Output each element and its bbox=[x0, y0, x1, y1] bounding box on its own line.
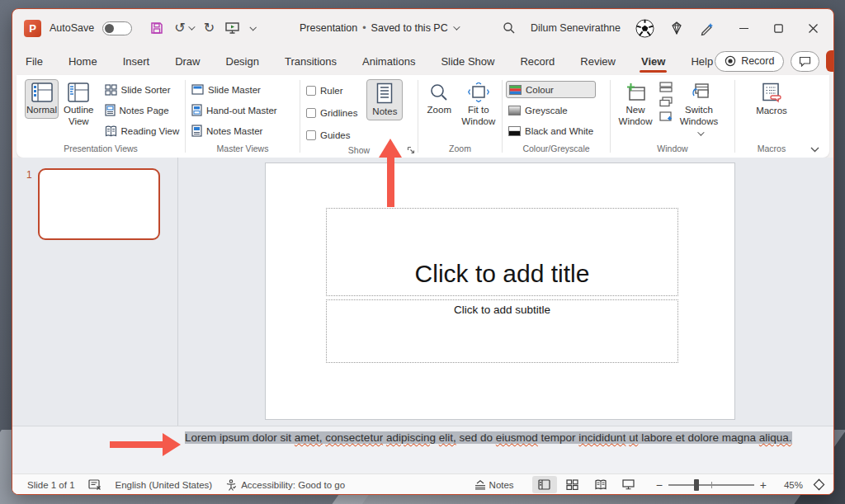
user-avatar[interactable] bbox=[635, 19, 654, 38]
slide-sorter-button[interactable]: Slide Sorter bbox=[102, 81, 182, 98]
record-button[interactable]: Record bbox=[715, 51, 784, 72]
zoom-button[interactable]: Zoom bbox=[422, 79, 457, 119]
zoom-percentage[interactable]: 45% bbox=[775, 480, 803, 490]
new-window-button[interactable]: New Window bbox=[614, 79, 657, 130]
greyscale-label: Greyscale bbox=[525, 106, 568, 115]
customize-qat-chevron-icon[interactable] bbox=[249, 24, 256, 31]
accessibility-status[interactable]: Accessibility: Good to go bbox=[241, 480, 345, 490]
move-split-button[interactable] bbox=[659, 111, 673, 122]
minimize-button[interactable] bbox=[729, 16, 758, 40]
slide-thumbnail-pane[interactable]: 1 bbox=[12, 158, 178, 426]
macros-button-label: Macros bbox=[756, 106, 787, 117]
notes-page-label: Notes Page bbox=[120, 106, 169, 115]
slideshow-status-button[interactable] bbox=[616, 476, 641, 493]
ribbon: Normal Outline View Slide Sorter Notes P… bbox=[17, 75, 829, 158]
zoom-in-button[interactable]: + bbox=[760, 479, 767, 491]
new-window-label: New Window bbox=[616, 105, 655, 128]
slide-thumbnail[interactable] bbox=[38, 168, 160, 240]
share-button[interactable]: Share bbox=[826, 50, 834, 72]
tab-slide-show[interactable]: Slide Show bbox=[439, 49, 496, 73]
tab-record[interactable]: Record bbox=[518, 49, 556, 73]
editing-pen-icon[interactable] bbox=[699, 21, 715, 36]
save-icon[interactable] bbox=[150, 21, 163, 35]
tab-insert[interactable]: Insert bbox=[121, 49, 152, 73]
undo-dropdown-chevron-icon[interactable] bbox=[188, 23, 195, 30]
designer-diamond-icon[interactable] bbox=[669, 21, 684, 35]
tab-draw[interactable]: Draw bbox=[173, 49, 201, 73]
slide-sorter-status-button[interactable] bbox=[560, 476, 585, 493]
handout-master-button[interactable]: Hand-out Master bbox=[189, 101, 280, 119]
group-window: New Window Switch Windows bbox=[611, 75, 734, 158]
ruler-checkbox[interactable]: Ruler bbox=[304, 82, 360, 99]
document-name: Presentation bbox=[300, 22, 357, 34]
zoom-slider-handle[interactable] bbox=[694, 479, 699, 491]
redo-icon[interactable]: ↻ bbox=[204, 21, 215, 35]
tab-transitions[interactable]: Transitions bbox=[283, 49, 338, 73]
gridlines-checkbox[interactable]: Gridlines bbox=[304, 104, 360, 121]
guides-checkbox-box bbox=[306, 130, 316, 140]
switch-windows-button[interactable]: Switch Windows bbox=[675, 79, 723, 141]
collapse-ribbon-chevron-icon[interactable] bbox=[810, 147, 819, 153]
user-name[interactable]: Dilum Senevirathne bbox=[531, 22, 621, 34]
slide-counter: Slide 1 of 1 bbox=[27, 480, 75, 490]
colour-label: Colour bbox=[526, 85, 554, 95]
cascade-windows-button[interactable] bbox=[659, 97, 673, 107]
callout-arrow-notes-text bbox=[110, 433, 181, 456]
slide-canvas[interactable]: Click to add title Click to add subtitle bbox=[265, 163, 735, 420]
zoom-out-button[interactable]: − bbox=[656, 479, 663, 491]
undo-icon[interactable]: ↺ bbox=[174, 21, 185, 35]
comment-icon bbox=[799, 56, 811, 67]
document-title[interactable]: Presentation • Saved to this PC bbox=[300, 22, 458, 34]
notes-text[interactable]: Lorem ipsum dolor sit amet, consectetur … bbox=[185, 431, 792, 444]
slide-sorter-icon bbox=[105, 84, 117, 96]
notes-page-button[interactable]: Notes Page bbox=[102, 101, 182, 119]
tab-file[interactable]: File bbox=[24, 49, 45, 73]
greyscale-button[interactable]: Greyscale bbox=[506, 101, 596, 119]
guides-checkbox[interactable]: Guides bbox=[304, 126, 360, 144]
tab-review[interactable]: Review bbox=[578, 49, 617, 73]
tab-home[interactable]: Home bbox=[67, 49, 99, 73]
close-button[interactable] bbox=[799, 16, 827, 40]
zoom-slider[interactable] bbox=[668, 484, 754, 486]
fit-slide-to-window-button[interactable] bbox=[813, 478, 825, 491]
tab-view[interactable]: View bbox=[640, 49, 667, 73]
group-label-master-views: Master Views bbox=[189, 142, 296, 156]
notes-master-label: Notes Master bbox=[206, 126, 262, 136]
black-and-white-button[interactable]: Black and White bbox=[506, 122, 596, 139]
notes-master-button[interactable]: Notes Master bbox=[189, 122, 280, 139]
guides-label: Guides bbox=[320, 130, 350, 140]
outline-view-button[interactable]: Outline View bbox=[62, 79, 95, 130]
record-button-label: Record bbox=[741, 55, 774, 67]
slide-master-button[interactable]: Slide Master bbox=[189, 81, 280, 98]
tab-animations[interactable]: Animations bbox=[361, 49, 417, 73]
language-status[interactable]: English (United States) bbox=[116, 480, 213, 490]
macros-button[interactable]: Macros bbox=[750, 79, 793, 120]
notes-button-label: Notes bbox=[372, 106, 397, 118]
notes-page-icon bbox=[105, 104, 116, 116]
start-slideshow-icon[interactable] bbox=[225, 22, 239, 35]
title-placeholder[interactable]: Click to add title bbox=[326, 208, 678, 296]
title-separator: • bbox=[362, 22, 366, 34]
comments-button[interactable] bbox=[791, 51, 819, 72]
colour-button[interactable]: Colour bbox=[506, 81, 596, 98]
tab-design[interactable]: Design bbox=[224, 49, 261, 73]
show-dialog-launcher-icon[interactable] bbox=[407, 146, 415, 154]
notes-button[interactable]: Notes bbox=[366, 79, 403, 120]
group-label-presentation-views: Presentation Views bbox=[20, 142, 182, 156]
notes-toggle-button[interactable]: Notes bbox=[474, 480, 514, 490]
autosave-toggle[interactable] bbox=[102, 21, 132, 35]
title-dropdown-chevron-icon bbox=[453, 23, 460, 30]
fit-to-window-button[interactable]: Fit to Window bbox=[459, 79, 498, 130]
reading-view-button[interactable]: Reading View bbox=[102, 122, 182, 139]
normal-view-status-button[interactable] bbox=[532, 476, 557, 493]
slide-master-icon bbox=[191, 84, 204, 95]
maximize-button[interactable] bbox=[764, 16, 792, 40]
notes-icon bbox=[376, 82, 393, 104]
proofing-status-icon[interactable] bbox=[88, 479, 102, 491]
subtitle-placeholder[interactable]: Click to add subtitle bbox=[326, 299, 678, 363]
arrange-all-button[interactable] bbox=[659, 82, 673, 92]
reading-view-status-button[interactable] bbox=[588, 476, 613, 493]
search-icon[interactable] bbox=[503, 21, 516, 35]
tab-help[interactable]: Help bbox=[689, 49, 715, 73]
normal-view-button[interactable]: Normal bbox=[25, 79, 59, 119]
